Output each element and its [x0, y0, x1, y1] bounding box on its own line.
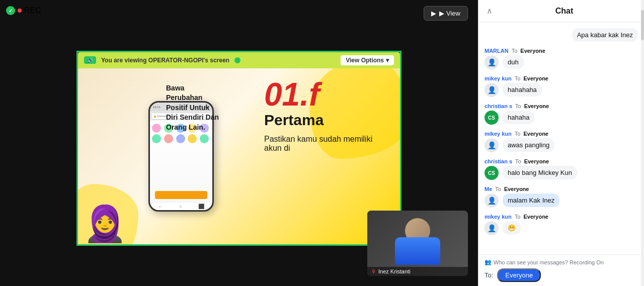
screen-share-topbar: 🔊 You are viewing OPERATOR-NGOPI's scree…	[78, 52, 400, 68]
sender-name-5: mikey kun	[485, 131, 512, 137]
msg-to-8: To	[515, 214, 521, 220]
green-circle-icon	[234, 57, 240, 63]
person-icon: 👥	[485, 259, 492, 265]
sender-name-8: mikey kun	[485, 214, 512, 220]
mascot-character: 🧕	[83, 203, 127, 244]
msg-header-3: mikey kun To Everyone	[485, 75, 638, 81]
msg-recipient-5: Everyone	[523, 131, 548, 137]
slide-left-text-area: Bawa Perubahan Positif Untuk Diri Sendir…	[166, 83, 221, 133]
chevron-down-icon: ▾	[386, 57, 389, 64]
msg-to-4: To	[515, 103, 521, 109]
slide-bawa-text: Bawa Perubahan Positif Untuk Diri Sendir…	[166, 83, 221, 133]
chat-message-4: christian s To Everyone CS hahaha	[485, 103, 638, 125]
scrollbar-thumb[interactable]	[641, 10, 644, 40]
everyone-label: Everyone	[505, 271, 533, 279]
msg-recipient-7: Everyone	[504, 186, 529, 192]
chat-message-1: Apa kabar kak Inez	[485, 28, 638, 42]
rec-dot-icon	[18, 9, 22, 13]
main-video-area: REC ▶ ▶ View 🔊 You are viewing OPERATOR-…	[0, 0, 478, 286]
view-options-button[interactable]: View Options ▾	[341, 55, 394, 65]
to-label: To:	[485, 271, 493, 279]
msg-to-5: To	[515, 131, 521, 137]
sender-name-6: christian s	[485, 158, 512, 164]
msg-row-3: 👤 hahahaha	[485, 83, 638, 97]
slide-number: 01.f	[264, 78, 385, 111]
who-can-see-text: 👥 Who can see your messages? Recording O…	[485, 259, 638, 265]
rec-label: REC	[24, 6, 41, 15]
avatar-3: 👤	[485, 83, 499, 97]
view-label: ▶ View	[439, 10, 460, 17]
msg-row-6: CS halo bang Mickey Kun	[485, 166, 638, 180]
slide-content: 🧕 13:11●●● 🔒 kitabulan.club	[78, 68, 400, 244]
chat-footer: 👥 Who can see your messages? Recording O…	[478, 254, 644, 286]
msg-to-3: To	[515, 75, 521, 81]
rec-badge: REC	[6, 6, 41, 15]
view-options-label: View Options	[346, 57, 384, 64]
msg-header-8: mikey kun To Everyone	[485, 214, 638, 220]
chat-messages-list: Apa kabar kak Inez MARLAN To Everyone 👤 …	[478, 22, 644, 254]
chat-title: Chat	[493, 7, 636, 16]
msg-recipient-4: Everyone	[524, 103, 549, 109]
chat-collapse-button[interactable]: ∧	[487, 6, 493, 16]
msg-recipient-6: Everyone	[524, 158, 549, 164]
msg-row-4: CS hahaha	[485, 111, 638, 125]
chat-message-7: Me To Everyone 👤 malam Kak Inez	[485, 186, 638, 208]
message-bubble-6: halo bang Mickey Kun	[503, 166, 577, 179]
msg-recipient-8: Everyone	[523, 214, 548, 220]
message-bubble-1: Apa kabar kak Inez	[572, 28, 638, 42]
msg-row-2: 👤 duh	[485, 55, 638, 69]
top-bar: REC	[6, 6, 41, 15]
chat-message-6: christian s To Everyone CS halo bang Mic…	[485, 158, 638, 180]
chat-message-3: mikey kun To Everyone 👤 hahahaha	[485, 75, 638, 97]
chat-panel: ∧ Chat Apa kabar kak Inez MARLAN To Ever…	[478, 0, 644, 286]
rec-check-icon	[6, 6, 15, 15]
message-bubble-4: hahaha	[503, 111, 534, 124]
msg-header-5: mikey kun To Everyone	[485, 131, 638, 137]
msg-row-8: 👤 😁	[485, 221, 638, 235]
small-video-inez: 🎙 Inez Kristanti	[367, 211, 468, 276]
view-icon: ▶	[431, 10, 436, 17]
everyone-dropdown-button[interactable]: Everyone	[497, 268, 541, 282]
sender-name-3: mikey kun	[485, 75, 512, 81]
sender-name-2: MARLAN	[485, 48, 509, 54]
msg-to-7: To	[495, 186, 501, 192]
msg-header-4: christian s To Everyone	[485, 103, 638, 109]
avatar-christian-4: CS	[485, 111, 499, 125]
phone-content	[150, 121, 212, 202]
speaker-icon: 🔊	[84, 56, 96, 64]
msg-to-6: To	[515, 158, 521, 164]
screen-share-banner-text: You are viewing OPERATOR-NGOPI's screen	[101, 57, 229, 64]
message-bubble-5: awas pangling	[503, 138, 554, 152]
avatar-me-7: 👤	[485, 194, 499, 208]
to-row: To: Everyone	[485, 268, 638, 282]
message-bubble-7: malam Kak Inez	[503, 194, 559, 207]
sender-name-7: Me	[485, 186, 492, 192]
slide-area: 🧕 13:11●●● 🔒 kitabulan.club	[78, 68, 400, 244]
message-bubble-8: 😁	[503, 221, 521, 235]
avatar-5: 👤	[485, 138, 499, 152]
chat-header: ∧ Chat	[478, 0, 644, 22]
msg-header-2: MARLAN To Everyone	[485, 48, 638, 54]
screen-share-wrapper: 🔊 You are viewing OPERATOR-NGOPI's scree…	[76, 51, 401, 246]
msg-recipient-3: Everyone	[523, 75, 548, 81]
message-bubble-2: duh	[503, 55, 524, 69]
msg-header-7: Me To Everyone	[485, 186, 638, 192]
phone-bottom-nav: ←○⬛	[150, 202, 212, 210]
video-background: 🎙 Inez Kristanti	[367, 211, 468, 276]
msg-row-7: 👤 malam Kak Inez	[485, 194, 638, 208]
scrollbar-track[interactable]	[641, 0, 644, 286]
chat-message-5: mikey kun To Everyone 👤 awas pangling	[485, 131, 638, 152]
sender-name-4: christian s	[485, 103, 512, 109]
inez-video-name: Inez Kristanti	[378, 268, 411, 274]
chat-message-2: MARLAN To Everyone 👤 duh	[485, 48, 638, 69]
msg-to-2: To	[512, 48, 518, 54]
view-btn-container[interactable]: ▶ ▶ View	[424, 6, 468, 21]
avatar-8: 👤	[485, 221, 499, 235]
slide-title: Pertama	[264, 112, 385, 129]
chat-message-8: mikey kun To Everyone 👤 😁	[485, 214, 638, 235]
avatar-2: 👤	[485, 55, 499, 69]
slide-subtitle: Pastikan kamu sudah memiliki akun di	[264, 135, 385, 153]
view-button[interactable]: ▶ ▶ View	[424, 6, 468, 21]
inez-mic-muted-icon: 🎙	[371, 269, 376, 274]
avatar-christian-6: CS	[485, 166, 499, 180]
